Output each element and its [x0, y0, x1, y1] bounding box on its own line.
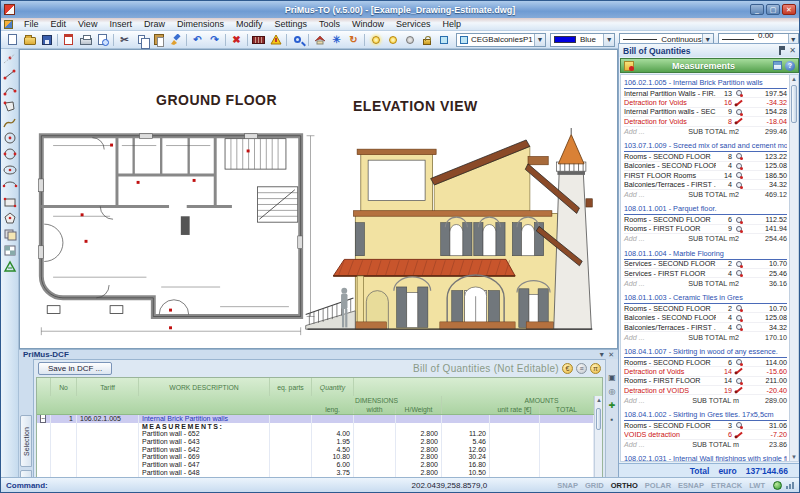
pdf-export-icon[interactable]: [60, 32, 77, 48]
measurement-row[interactable]: Balconies/Terraces - FIRST ...434.32: [624, 180, 787, 189]
measurement-row[interactable]: Rooms - FIRST FLOOR14211.00: [624, 377, 787, 386]
layer-lock-icon[interactable]: [418, 32, 435, 48]
close-icon[interactable]: ✕: [608, 351, 614, 359]
measurements-icon[interactable]: [624, 61, 634, 71]
pin-icon[interactable]: [779, 46, 785, 55]
menu-view[interactable]: View: [72, 19, 103, 29]
options-round-button[interactable]: ≡: [576, 363, 587, 374]
minimize-button[interactable]: _: [750, 4, 764, 15]
add-measurement-link[interactable]: Add ...: [624, 333, 688, 342]
measurement-row[interactable]: FIRST FLOOR Rooms14186.50: [624, 171, 787, 180]
copy-icon[interactable]: [133, 32, 150, 48]
folder-icon[interactable]: ▣: [608, 373, 616, 382]
measurement-row[interactable]: Balconies - SECOND FLOOR4125.08: [624, 162, 787, 171]
circle-tool-icon[interactable]: [2, 131, 18, 146]
table-vertical-scrollbar[interactable]: ▲ ▼: [594, 396, 602, 484]
col-hweight[interactable]: H/Weight: [396, 405, 442, 414]
measurement-row[interactable]: Services - FIRST FLOOR425.46: [624, 269, 787, 278]
boq-group-title[interactable]: 108.04.1.007 - Skirting in wood of any e…: [624, 346, 787, 358]
boq-group-title[interactable]: 103.07.1.009 - Screed mix of sand and ce…: [624, 140, 787, 152]
new-file-icon[interactable]: [4, 32, 21, 48]
format-painter-icon[interactable]: [167, 32, 184, 48]
col-leng[interactable]: leng.: [312, 405, 354, 414]
boq-group-title[interactable]: 108.01.1.001 - Parquet floor.: [624, 203, 787, 215]
menu-help[interactable]: Help: [437, 19, 468, 29]
scroll-up-icon[interactable]: ▲: [791, 75, 797, 83]
toggle-etrack[interactable]: ETRACK: [711, 481, 742, 490]
signal-icon[interactable]: [786, 482, 794, 489]
polygon-tool-icon[interactable]: [2, 99, 18, 114]
measurement-row[interactable]: Internal Partition walls - SEC...9154.28: [624, 108, 787, 117]
boq-title-bar[interactable]: Bill of Quantities ✕: [619, 44, 800, 57]
measurement-row[interactable]: Rooms - SECOND FLOOR6114.00: [624, 358, 787, 367]
magnifier-icon[interactable]: ◎: [609, 387, 616, 396]
menu-draw[interactable]: Draw: [138, 19, 171, 29]
pi-round-button[interactable]: π: [590, 363, 601, 374]
measurement-row[interactable]: Rooms - SECOND FLOOR6112.52: [624, 215, 787, 224]
measurement-row[interactable]: Rooms - SECOND FLOOR210.70: [624, 304, 787, 313]
col-eq-parts[interactable]: eq. parts: [270, 378, 312, 396]
scroll-up-icon[interactable]: ▲: [596, 396, 601, 404]
pushpin-icon[interactable]: ▪: [611, 415, 614, 424]
menu-dimensions[interactable]: Dimensions: [171, 19, 230, 29]
measurement-row[interactable]: Internal Partition Walls - FIR...13197.5…: [624, 89, 787, 98]
col-width[interactable]: width: [354, 405, 396, 414]
measurement-row[interactable]: Services - SECOND FLOOR210.70: [624, 260, 787, 269]
toggle-esnap[interactable]: ESNAP: [678, 481, 704, 490]
dcf-title-bar[interactable]: PriMus-DCF ▼ ✕: [19, 350, 618, 359]
measurement-row[interactable]: Balconies - SECOND FLOOR4125.08: [624, 313, 787, 322]
cut-icon[interactable]: ✂: [116, 32, 133, 48]
help-icon[interactable]: ?: [785, 61, 795, 71]
object-snap-icon[interactable]: ✳: [328, 32, 345, 48]
table-row[interactable]: MEASUREMENTS:: [37, 423, 602, 431]
color-combo[interactable]: Blue ▼: [550, 33, 615, 47]
table-row[interactable]: Partition wall - 6483.752.80010.50: [37, 469, 602, 477]
table-row[interactable]: Partition wall - 6476.002.80016.80: [37, 461, 602, 469]
light-all-icon[interactable]: [384, 32, 401, 48]
drawing-check-icon[interactable]: [267, 32, 284, 48]
view-3d-icon[interactable]: [311, 32, 328, 48]
print-icon[interactable]: [77, 32, 94, 48]
regular-polygon-tool-icon[interactable]: [2, 211, 18, 226]
title-bar[interactable]: PriMus-TO (v.5.00) - [Example_Drawing-Es…: [1, 1, 799, 18]
floor-plan-drawing[interactable]: [23, 120, 319, 344]
menu-file[interactable]: File: [18, 19, 45, 29]
layer-combo[interactable]: CEGBalconiesP1 ▼: [456, 33, 546, 47]
boq-group-title[interactable]: 106.02.1.005 - Internal Brick Partition …: [624, 77, 787, 89]
menu-edit[interactable]: Edit: [45, 19, 73, 29]
collapse-icon[interactable]: −: [40, 415, 46, 423]
measurement-row[interactable]: Rooms - FIRST FLOOR9141.94: [624, 225, 787, 234]
ellipse-arc-tool-icon[interactable]: [2, 179, 18, 194]
scroll-thumb[interactable]: [791, 85, 797, 123]
spline-tool-icon[interactable]: [2, 115, 18, 130]
ellipse-tool-icon[interactable]: [2, 163, 18, 178]
col-quantity[interactable]: Quantity: [312, 378, 354, 396]
arc-tool-icon[interactable]: [2, 83, 18, 98]
save-in-dcf-button[interactable]: Save in DCF ...: [38, 362, 112, 375]
close-icon[interactable]: ✕: [789, 46, 796, 55]
col-no[interactable]: No: [51, 378, 77, 396]
boq-group-title[interactable]: 108.02.1.031 - Internal Wall finishings …: [624, 453, 787, 462]
dimension-style-icon[interactable]: [250, 32, 267, 48]
elevation-drawing[interactable]: [302, 114, 596, 346]
toggle-grid[interactable]: GRID: [585, 481, 604, 490]
rectangle-tool-icon[interactable]: [2, 195, 18, 210]
hatch-tool-icon[interactable]: [2, 259, 18, 274]
delete-icon[interactable]: ✖: [228, 32, 245, 48]
menu-tools[interactable]: Tools: [313, 19, 346, 29]
menu-services[interactable]: Services: [390, 19, 437, 29]
image-tool-icon[interactable]: [2, 243, 18, 258]
chevron-down-icon[interactable]: ▼: [534, 34, 545, 46]
drawing-canvas[interactable]: GROUND FLOOR ELEVATION VIEW: [19, 49, 618, 349]
col-work-description[interactable]: WORK DESCRIPTION: [139, 378, 270, 396]
boq-group-title[interactable]: 108.01.1.003 - Ceramic Tiles in Gres: [624, 292, 787, 304]
status-ok-icon[interactable]: [773, 481, 782, 490]
add-measurement-link[interactable]: Add ...: [624, 127, 688, 136]
maximize-button[interactable]: ▢: [766, 4, 780, 15]
chevron-down-icon[interactable]: ▼: [603, 34, 614, 46]
measurement-row[interactable]: Detraction of Voids14-15.60: [624, 367, 787, 376]
save-icon[interactable]: [38, 32, 55, 48]
table-row[interactable]: Partition wall - 6431.952.8005.46: [37, 438, 602, 446]
col-unit-rate[interactable]: unit rate [€]: [490, 405, 540, 414]
menu-window[interactable]: Window: [346, 19, 390, 29]
